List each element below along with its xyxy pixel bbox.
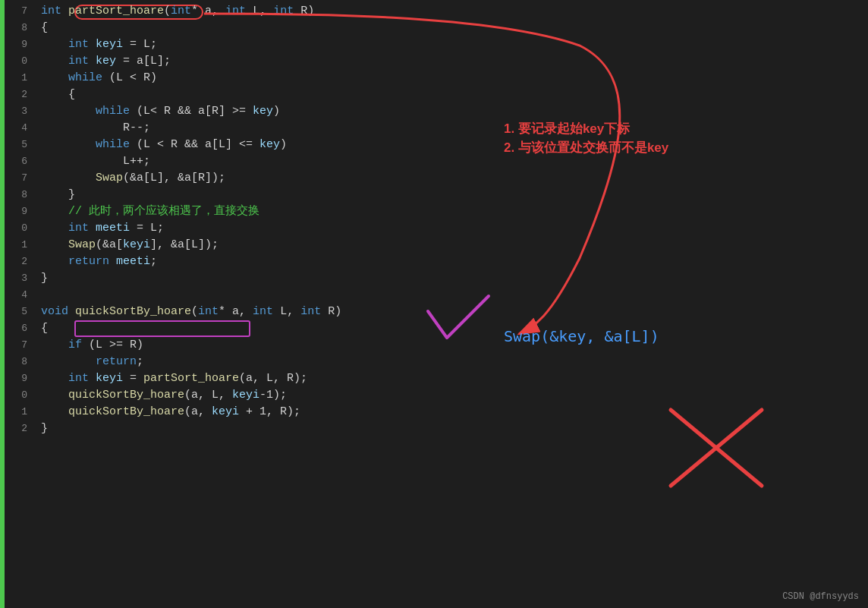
code-line: void quickSortBy_hoare(int* a, int L, in… [41,304,868,320]
code-line: { [41,20,868,36]
code-line: return; [41,354,868,370]
code-line: while (L< R && a[R] >= key) [41,103,868,120]
code-line: quickSortBy_hoare(a, L, keyi-1); [41,387,868,404]
code-line: // 此时，两个应该相遇了，直接交换 [41,203,868,220]
code-line: int key = a[L]; [41,53,868,70]
code-line: int keyi = L; [41,36,868,53]
line-numbers: 78901234567890123456789012 [5,0,33,608]
code-line: int meeti = L; [41,220,868,237]
code-line: int partSort_hoare(int* a, int L, int R) [41,3,868,20]
code-line: L++; [41,153,868,170]
code-line: int keyi = partSort_hoare(a, L, R); [41,370,868,387]
code-line: quickSortBy_hoare(a, keyi + 1, R); [41,404,868,421]
code-line: } [41,421,868,437]
code-area: int partSort_hoare(int* a, int L, int R)… [33,0,868,608]
code-line: while (L < R && a[L] <= key) [41,137,868,153]
code-line: R--; [41,120,868,137]
code-line: { [41,87,868,103]
code-line: if (L >= R) [41,337,868,354]
code-line: Swap(&a[keyi], &a[L]); [41,237,868,254]
editor-container: 78901234567890123456789012 int partSort_… [0,0,868,608]
code-line: while (L < R) [41,70,868,87]
code-line: { [41,320,868,337]
code-line [41,287,868,304]
watermark: CSDN @dfnsyyds [782,591,859,602]
code-line: } [41,270,868,287]
code-line: Swap(&a[L], &a[R]); [41,170,868,187]
code-line: } [41,187,868,203]
code-line: return meeti; [41,254,868,270]
